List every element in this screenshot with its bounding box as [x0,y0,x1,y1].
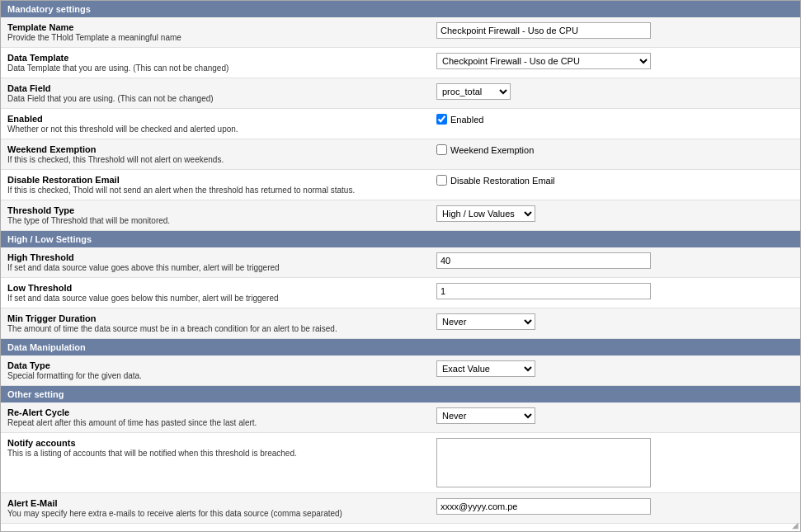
weekend-checkbox-text: Weekend Exemption [450,145,534,155]
input-col-enabled: Enabled [436,114,794,125]
label-min-trigger-title: Min Trigger Duration [7,313,436,323]
label-notify-accounts: Notify accounts This is a listing of acc… [7,438,436,458]
input-col-disable-restoration: Disable Restoration Email [436,175,794,186]
input-col-weekend: Weekend Exemption [436,144,794,155]
input-col-threshold-type: High / Low Values Time Baseline [436,205,794,222]
label-high-threshold-desc: If set and data source value goes above … [7,263,436,272]
label-alert-email-title: Alert E-Mail [7,498,436,508]
label-data-field: Data Field Data Field that you are using… [7,83,436,103]
input-col-data-type: Exact Value BITS Percent Absolute [436,360,794,377]
label-re-alert: Re-Alert Cycle Repeat alert after this a… [7,407,436,427]
label-weekend-desc: If this is checked, this Threshold will … [7,155,436,164]
disable-restoration-checkbox-label[interactable]: Disable Restoration Email [436,175,555,186]
page-wrapper: Mandatory settings Template Name Provide… [0,0,801,532]
input-col-data-template: Checkpoint Firewall - Uso de CPU [436,53,794,69]
label-re-alert-desc: Repeat alert after this amount of time h… [7,418,436,427]
data-field-select[interactable]: proc_total [436,83,511,100]
label-enabled-title: Enabled [7,114,436,124]
input-col-alert-email [436,498,794,515]
label-threshold-type-title: Threshold Type [7,205,436,215]
label-data-field-desc: Data Field that you are using. (This can… [7,94,436,103]
label-threshold-type: Threshold Type The type of Threshold tha… [7,205,436,225]
disable-restoration-checkbox[interactable] [436,175,447,186]
section-other-header: Other setting [1,386,800,403]
weekend-checkbox-label[interactable]: Weekend Exemption [436,144,534,155]
min-trigger-select[interactable]: Never 1 Minute 5 Minutes 10 Minutes 15 M… [436,313,535,330]
data-template-select[interactable]: Checkpoint Firewall - Uso de CPU [436,53,651,69]
threshold-type-select[interactable]: High / Low Values Time Baseline [436,205,535,222]
label-template-name-title: Template Name [7,22,436,32]
label-notify-accounts-title: Notify accounts [7,438,436,448]
section-high-low-header: High / Low Settings [1,231,800,247]
label-data-type-desc: Special formatting for the given data. [7,371,436,380]
row-enabled: Enabled Whether or not this threshold wi… [1,109,800,139]
label-disable-restoration-title: Disable Restoration Email [7,175,436,185]
row-data-type: Data Type Special formatting for the giv… [1,355,800,386]
template-name-input[interactable] [436,22,651,39]
label-low-threshold-desc: If set and data source value goes below … [7,294,436,303]
label-enabled-desc: Whether or not this threshold will be ch… [7,125,436,134]
label-weekend-exemption: Weekend Exemption If this is checked, th… [7,144,436,164]
section-data-manipulation-header: Data Manipulation [1,339,800,355]
data-type-select[interactable]: Exact Value BITS Percent Absolute [436,360,535,377]
label-data-template-title: Data Template [7,53,436,63]
disable-restoration-checkbox-text: Disable Restoration Email [450,176,555,186]
label-min-trigger: Min Trigger Duration The amount of time … [7,313,436,333]
high-threshold-input[interactable] [436,252,651,269]
row-data-field: Data Field Data Field that you are using… [1,78,800,109]
row-notify-accounts: Notify accounts This is a listing of acc… [1,433,800,493]
enabled-checkbox-label[interactable]: Enabled [436,114,483,125]
label-enabled: Enabled Whether or not this threshold wi… [7,114,436,134]
label-template-name-desc: Provide the THold Template a meaningful … [7,33,436,42]
input-col-data-field: proc_total [436,83,794,100]
alert-email-input[interactable] [436,498,651,515]
label-high-threshold: High Threshold If set and data source va… [7,252,436,272]
label-data-template-desc: Data Template that you are using. (This … [7,64,436,73]
row-data-template: Data Template Data Template that you are… [1,48,800,78]
row-high-threshold: High Threshold If set and data source va… [1,247,800,278]
input-col-min-trigger: Never 1 Minute 5 Minutes 10 Minutes 15 M… [436,313,794,330]
weekend-checkbox[interactable] [436,144,447,155]
section-mandatory-header: Mandatory settings [1,1,800,17]
label-low-threshold-title: Low Threshold [7,283,436,293]
label-threshold-type-desc: The type of Threshold that will be monit… [7,216,436,225]
input-col-re-alert: Never 1 Minute 5 Minutes 10 Minutes 15 M… [436,407,794,424]
notify-accounts-textarea[interactable] [436,438,651,487]
row-threshold-type: Threshold Type The type of Threshold tha… [1,200,800,231]
label-low-threshold: Low Threshold If set and data source val… [7,283,436,303]
label-data-type-title: Data Type [7,360,436,370]
label-weekend-title: Weekend Exemption [7,144,436,154]
label-template-name: Template Name Provide the THold Template… [7,22,436,42]
enabled-checkbox[interactable] [436,114,447,125]
enabled-checkbox-text: Enabled [450,115,483,125]
label-high-threshold-title: High Threshold [7,252,436,262]
low-threshold-input[interactable] [436,283,651,299]
resize-handle: ◢ [792,520,799,530]
input-col-template-name [436,22,794,39]
row-disable-restoration: Disable Restoration Email If this is che… [1,170,800,200]
row-alert-email: Alert E-Mail You may specify here extra … [1,493,800,524]
label-disable-restoration-desc: If this is checked, Thold will not send … [7,186,436,195]
label-data-type: Data Type Special formatting for the giv… [7,360,436,380]
label-re-alert-title: Re-Alert Cycle [7,407,436,417]
row-min-trigger: Min Trigger Duration The amount of time … [1,308,800,339]
label-alert-email-desc: You may specify here extra e-mails to re… [7,509,436,518]
row-template-name: Template Name Provide the THold Template… [1,17,800,48]
label-data-field-title: Data Field [7,83,436,93]
row-low-threshold: Low Threshold If set and data source val… [1,278,800,308]
input-col-low-threshold [436,283,794,299]
row-weekend-exemption: Weekend Exemption If this is checked, th… [1,139,800,170]
label-alert-email: Alert E-Mail You may specify here extra … [7,498,436,518]
input-col-notify-accounts [436,438,794,487]
row-re-alert: Re-Alert Cycle Repeat alert after this a… [1,403,800,433]
label-min-trigger-desc: The amount of time the data source must … [7,324,436,333]
input-col-high-threshold [436,252,794,269]
label-notify-accounts-desc: This is a listing of accounts that will … [7,449,436,458]
label-disable-restoration: Disable Restoration Email If this is che… [7,175,436,195]
re-alert-select[interactable]: Never 1 Minute 5 Minutes 10 Minutes 15 M… [436,407,535,424]
label-data-template: Data Template Data Template that you are… [7,53,436,73]
